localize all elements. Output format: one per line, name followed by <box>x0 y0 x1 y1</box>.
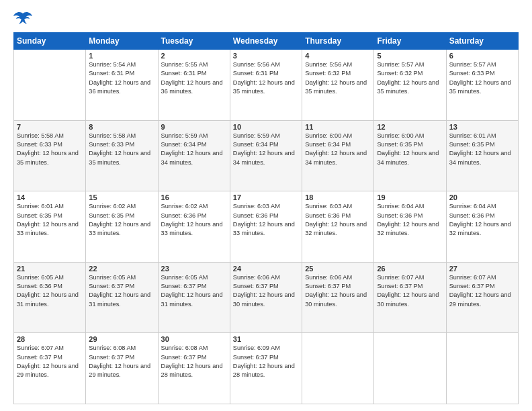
day-number: 27 <box>449 265 515 273</box>
table-row: 23Sunrise: 6:05 AMSunset: 6:37 PMDayligh… <box>158 262 230 333</box>
cell-info: Sunrise: 6:02 AMSunset: 6:36 PMDaylight:… <box>161 202 227 238</box>
table-row: 4Sunrise: 5:56 AMSunset: 6:32 PMDaylight… <box>302 50 374 121</box>
table-row: 15Sunrise: 6:02 AMSunset: 6:35 PMDayligh… <box>86 191 158 263</box>
day-number: 3 <box>233 52 299 60</box>
cell-info: Sunrise: 6:05 AMSunset: 6:36 PMDaylight:… <box>17 273 83 309</box>
col-wednesday: Wednesday <box>230 33 302 50</box>
cell-info: Sunrise: 6:05 AMSunset: 6:37 PMDaylight:… <box>161 273 227 309</box>
cell-info: Sunrise: 6:01 AMSunset: 6:35 PMDaylight:… <box>449 132 515 167</box>
calendar-week-row: 21Sunrise: 6:05 AMSunset: 6:36 PMDayligh… <box>14 262 519 333</box>
day-number: 28 <box>17 335 83 343</box>
table-row <box>374 333 446 404</box>
day-number: 24 <box>233 265 299 273</box>
table-row: 28Sunrise: 6:07 AMSunset: 6:37 PMDayligh… <box>14 333 86 404</box>
table-row: 27Sunrise: 6:07 AMSunset: 6:37 PMDayligh… <box>446 262 518 333</box>
cell-info: Sunrise: 5:58 AMSunset: 6:33 PMDaylight:… <box>89 132 154 167</box>
cell-info: Sunrise: 6:06 AMSunset: 6:37 PMDaylight:… <box>233 273 299 309</box>
day-number: 26 <box>377 265 443 273</box>
cell-info: Sunrise: 5:58 AMSunset: 6:33 PMDaylight:… <box>17 132 83 167</box>
day-number: 5 <box>377 52 443 60</box>
table-row: 20Sunrise: 6:04 AMSunset: 6:36 PMDayligh… <box>446 191 518 263</box>
cell-info: Sunrise: 5:57 AMSunset: 6:32 PMDaylight:… <box>377 60 443 96</box>
cell-info: Sunrise: 6:01 AMSunset: 6:35 PMDaylight:… <box>17 202 83 238</box>
table-row: 6Sunrise: 5:57 AMSunset: 6:33 PMDaylight… <box>446 50 518 121</box>
cell-info: Sunrise: 6:09 AMSunset: 6:37 PMDaylight:… <box>233 344 299 379</box>
cell-info: Sunrise: 6:08 AMSunset: 6:37 PMDaylight:… <box>89 344 154 379</box>
calendar-week-row: 1Sunrise: 5:54 AMSunset: 6:31 PMDaylight… <box>14 50 519 121</box>
day-number: 9 <box>161 123 227 131</box>
cell-info: Sunrise: 5:59 AMSunset: 6:34 PMDaylight:… <box>233 132 299 167</box>
table-row: 7Sunrise: 5:58 AMSunset: 6:33 PMDaylight… <box>14 120 86 191</box>
col-tuesday: Tuesday <box>158 33 230 50</box>
day-number: 7 <box>17 123 83 131</box>
table-row: 8Sunrise: 5:58 AMSunset: 6:33 PMDaylight… <box>86 120 158 191</box>
cell-info: Sunrise: 6:02 AMSunset: 6:35 PMDaylight:… <box>89 202 154 238</box>
day-number: 29 <box>89 335 154 343</box>
day-number: 2 <box>161 52 227 60</box>
page: Sunday Monday Tuesday Wednesday Thursday… <box>0 0 532 411</box>
day-number: 14 <box>17 193 83 201</box>
table-row: 13Sunrise: 6:01 AMSunset: 6:35 PMDayligh… <box>446 120 518 191</box>
calendar-header-row: Sunday Monday Tuesday Wednesday Thursday… <box>14 33 519 50</box>
cell-info: Sunrise: 5:55 AMSunset: 6:31 PMDaylight:… <box>161 60 227 96</box>
day-number: 20 <box>449 193 515 201</box>
table-row: 11Sunrise: 6:00 AMSunset: 6:34 PMDayligh… <box>302 120 374 191</box>
col-sunday: Sunday <box>14 33 86 50</box>
table-row: 26Sunrise: 6:07 AMSunset: 6:37 PMDayligh… <box>374 262 446 333</box>
cell-info: Sunrise: 6:07 AMSunset: 6:37 PMDaylight:… <box>377 273 443 309</box>
calendar-week-row: 28Sunrise: 6:07 AMSunset: 6:37 PMDayligh… <box>14 333 519 404</box>
day-number: 30 <box>161 335 227 343</box>
day-number: 16 <box>161 193 227 201</box>
table-row: 19Sunrise: 6:04 AMSunset: 6:36 PMDayligh… <box>374 191 446 263</box>
table-row: 3Sunrise: 5:56 AMSunset: 6:31 PMDaylight… <box>230 50 302 121</box>
day-number: 25 <box>305 265 371 273</box>
day-number: 23 <box>161 265 227 273</box>
table-row: 24Sunrise: 6:06 AMSunset: 6:37 PMDayligh… <box>230 262 302 333</box>
table-row: 29Sunrise: 6:08 AMSunset: 6:37 PMDayligh… <box>86 333 158 404</box>
table-row: 25Sunrise: 6:06 AMSunset: 6:37 PMDayligh… <box>302 262 374 333</box>
day-number: 31 <box>233 335 299 343</box>
day-number: 4 <box>305 52 371 60</box>
col-friday: Friday <box>374 33 446 50</box>
day-number: 19 <box>377 193 443 201</box>
table-row: 1Sunrise: 5:54 AMSunset: 6:31 PMDaylight… <box>86 50 158 121</box>
table-row: 9Sunrise: 5:59 AMSunset: 6:34 PMDaylight… <box>158 120 230 191</box>
cell-info: Sunrise: 6:04 AMSunset: 6:36 PMDaylight:… <box>449 202 515 238</box>
calendar-week-row: 14Sunrise: 6:01 AMSunset: 6:35 PMDayligh… <box>14 191 519 263</box>
table-row <box>446 333 518 404</box>
cell-info: Sunrise: 6:05 AMSunset: 6:37 PMDaylight:… <box>89 273 154 309</box>
day-number: 1 <box>89 52 154 60</box>
cell-info: Sunrise: 6:03 AMSunset: 6:36 PMDaylight:… <box>305 202 371 238</box>
day-number: 12 <box>377 123 443 131</box>
calendar-table: Sunday Monday Tuesday Wednesday Thursday… <box>13 32 519 404</box>
table-row: 14Sunrise: 6:01 AMSunset: 6:35 PMDayligh… <box>14 191 86 263</box>
cell-info: Sunrise: 6:00 AMSunset: 6:35 PMDaylight:… <box>377 132 443 167</box>
day-number: 10 <box>233 123 299 131</box>
table-row: 10Sunrise: 5:59 AMSunset: 6:34 PMDayligh… <box>230 120 302 191</box>
day-number: 21 <box>17 265 83 273</box>
cell-info: Sunrise: 6:03 AMSunset: 6:36 PMDaylight:… <box>233 202 299 238</box>
col-monday: Monday <box>86 33 158 50</box>
cell-info: Sunrise: 5:54 AMSunset: 6:31 PMDaylight:… <box>89 60 154 96</box>
cell-info: Sunrise: 6:08 AMSunset: 6:37 PMDaylight:… <box>161 344 227 379</box>
day-number: 22 <box>89 265 154 273</box>
table-row: 31Sunrise: 6:09 AMSunset: 6:37 PMDayligh… <box>230 333 302 404</box>
table-row: 2Sunrise: 5:55 AMSunset: 6:31 PMDaylight… <box>158 50 230 121</box>
cell-info: Sunrise: 6:07 AMSunset: 6:37 PMDaylight:… <box>449 273 515 309</box>
cell-info: Sunrise: 5:59 AMSunset: 6:34 PMDaylight:… <box>161 132 227 167</box>
cell-info: Sunrise: 5:57 AMSunset: 6:33 PMDaylight:… <box>449 60 515 96</box>
header <box>13 11 519 26</box>
table-row: 22Sunrise: 6:05 AMSunset: 6:37 PMDayligh… <box>86 262 158 333</box>
table-row <box>14 50 86 121</box>
logo-bird-icon <box>13 11 32 26</box>
table-row: 16Sunrise: 6:02 AMSunset: 6:36 PMDayligh… <box>158 191 230 263</box>
table-row: 18Sunrise: 6:03 AMSunset: 6:36 PMDayligh… <box>302 191 374 263</box>
table-row: 30Sunrise: 6:08 AMSunset: 6:37 PMDayligh… <box>158 333 230 404</box>
table-row <box>302 333 374 404</box>
day-number: 8 <box>89 123 154 131</box>
table-row: 5Sunrise: 5:57 AMSunset: 6:32 PMDaylight… <box>374 50 446 121</box>
cell-info: Sunrise: 5:56 AMSunset: 6:32 PMDaylight:… <box>305 60 371 96</box>
day-number: 17 <box>233 193 299 201</box>
cell-info: Sunrise: 6:06 AMSunset: 6:37 PMDaylight:… <box>305 273 371 309</box>
col-saturday: Saturday <box>446 33 518 50</box>
